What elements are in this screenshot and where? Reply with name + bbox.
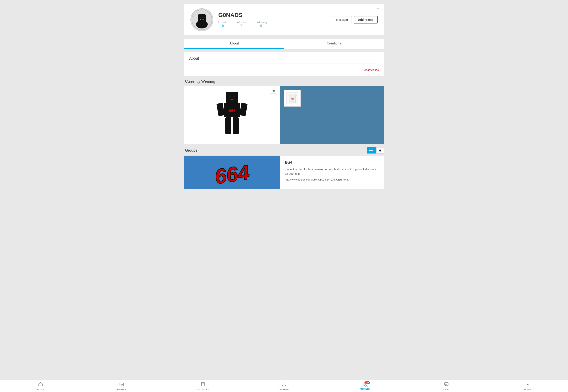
group-info: 664 this is the clan for legit awesome p…	[280, 155, 384, 189]
groups-header: Groups ── ▣	[184, 147, 384, 154]
svg-point-24	[525, 384, 526, 385]
wearing-card: 3D 664	[184, 86, 384, 144]
about-content: Report Abuse	[189, 64, 379, 72]
nav-home[interactable]: HOME	[32, 382, 49, 391]
svg-point-25	[527, 384, 528, 385]
svg-rect-2	[198, 14, 206, 22]
add-friend-button[interactable]: Add Friend	[354, 16, 378, 24]
currently-wearing-section: Currently Wearing 3D 664	[184, 79, 384, 144]
tabs-container: About Creations	[184, 39, 384, 49]
bottom-nav: HOME GAMES CATALOG	[0, 380, 568, 392]
svg-text:664: 664	[229, 108, 235, 113]
svg-point-3	[200, 17, 201, 18]
nav-catalog-label: CATALOG	[197, 388, 209, 391]
about-title: About	[189, 56, 379, 61]
more-icon	[525, 382, 530, 388]
chat-icon	[444, 382, 449, 388]
svg-point-19	[122, 384, 123, 385]
stat-followers: Followers 0	[235, 21, 247, 28]
svg-rect-10	[217, 103, 225, 116]
group-664-art: 664	[205, 158, 259, 187]
profile-card: G0NADS Friends 0 Followers 0 Following 0…	[184, 4, 384, 35]
svg-text:664: 664	[213, 160, 251, 187]
friends-icon: 257	[362, 383, 368, 387]
nav-avatar-label: AVATAR	[279, 388, 289, 391]
avatar-3d-view: 3D 664	[184, 86, 280, 144]
profile-info: G0NADS Friends 0 Followers 0 Following 0	[218, 12, 332, 28]
catalog-icon	[201, 382, 205, 388]
message-button[interactable]: Message	[332, 16, 352, 23]
shirt-icon: 664	[286, 92, 299, 104]
svg-rect-12	[225, 117, 231, 134]
svg-rect-11	[239, 103, 248, 116]
nav-more[interactable]: MORE	[519, 382, 536, 391]
nav-chat[interactable]: CHAT	[438, 382, 455, 391]
group-name: 664	[285, 160, 379, 165]
nav-home-label: HOME	[37, 388, 44, 391]
nav-more-label: MORE	[524, 388, 531, 391]
3d-badge[interactable]: 3D	[270, 89, 277, 94]
group-card: 664 664 this is the clan for legit aweso…	[184, 155, 384, 189]
home-icon	[38, 382, 43, 388]
item-shirt-thumb[interactable]: 664	[284, 90, 301, 107]
svg-point-6	[229, 95, 231, 97]
nav-games[interactable]: GAMES	[113, 382, 130, 391]
currently-wearing-title: Currently Wearing	[184, 79, 384, 84]
nav-friends[interactable]: 257 FRIENDS	[357, 383, 373, 390]
profile-actions: Message Add Friend	[332, 16, 378, 24]
nav-friends-label: FRIENDS	[360, 388, 370, 390]
profile-stats: Friends 0 Followers 0 Following 0	[218, 21, 332, 28]
tab-creations[interactable]: Creations	[284, 39, 384, 49]
svg-point-18	[122, 384, 122, 384]
nav-chat-label: CHAT	[443, 388, 450, 391]
items-panel: 664	[280, 86, 384, 144]
svg-point-20	[283, 383, 285, 384]
svg-text:664: 664	[291, 98, 294, 100]
svg-point-4	[203, 17, 204, 18]
svg-point-7	[233, 95, 235, 97]
nav-avatar[interactable]: AVATAR	[276, 382, 292, 391]
groups-title: Groups	[184, 148, 367, 153]
nav-games-label: GAMES	[117, 388, 126, 391]
avatar-image	[191, 9, 212, 30]
stat-following: Following 0	[256, 21, 267, 28]
avatar	[190, 8, 213, 31]
svg-point-26	[528, 384, 529, 385]
games-icon	[119, 382, 124, 388]
stat-friends: Friends 0	[218, 21, 227, 28]
tab-about[interactable]: About	[184, 39, 284, 49]
group-link[interactable]: http://www.roblox.com/OFFICIAL-664-CANCE…	[285, 178, 379, 181]
more-options-button[interactable]: ...	[377, 6, 380, 9]
grid-view-button[interactable]: ▣	[377, 147, 384, 154]
character-3d: 664	[213, 90, 251, 140]
friends-badge-count: 257	[364, 381, 370, 384]
profile-username: G0NADS	[218, 12, 332, 18]
nav-catalog[interactable]: CATALOG	[195, 382, 211, 391]
list-view-button[interactable]: ──	[367, 147, 376, 154]
group-desc: this is the clan for legit awesome peopl…	[285, 167, 379, 176]
groups-section: Groups ── ▣ 664 664 this is the clan for…	[184, 147, 384, 189]
svg-rect-5	[226, 92, 238, 103]
report-abuse-link[interactable]: Report Abuse	[189, 68, 379, 71]
group-image: 664	[184, 155, 280, 189]
svg-rect-13	[233, 117, 239, 134]
about-section: About Report Abuse	[184, 52, 384, 76]
avatar-icon	[282, 382, 286, 388]
svg-point-22	[366, 384, 367, 385]
view-toggle: ── ▣	[367, 147, 384, 154]
